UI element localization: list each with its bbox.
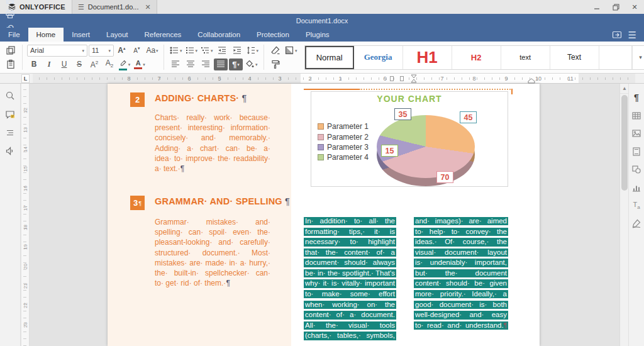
font-name-select[interactable]: Arial▾ (27, 45, 87, 57)
font-color-icon: A (134, 59, 142, 69)
scroll-up-button[interactable]: ▲ (620, 84, 629, 94)
style-gallery-expand-button[interactable]: ▾ (632, 46, 644, 69)
window-controls: ✕ (587, 0, 644, 14)
tab-layout[interactable]: Layout (98, 28, 136, 42)
quick-access-bar: ↶↷ Document1.docx (0, 14, 644, 28)
tab-collaboration[interactable]: Collaboration (189, 28, 248, 42)
table-settings-icon (631, 111, 641, 121)
legend-item: Parameter 4 (318, 152, 369, 162)
signature-settings-button[interactable] (629, 216, 644, 231)
clear-style-button[interactable] (269, 45, 282, 57)
decrease-indent-button[interactable] (215, 45, 229, 57)
style-h1[interactable]: H1 (403, 46, 452, 69)
section-heading[interactable]: ADDING· CHARTS· ¶ (155, 93, 280, 103)
align-right-button[interactable] (199, 59, 213, 70)
feedback-button[interactable] (0, 143, 20, 159)
line-spacing-button[interactable]: ▾ (245, 45, 260, 57)
style-georgia[interactable]: Georgia (354, 46, 403, 69)
paste-button[interactable] (4, 59, 18, 70)
tab-file[interactable]: File (0, 28, 28, 42)
shape-settings-button[interactable] (629, 162, 644, 177)
bullets-button[interactable]: ▾ (169, 45, 183, 57)
multilevel-list-button[interactable]: ▾ (199, 45, 214, 57)
select-all-button[interactable]: ▾ (284, 45, 298, 57)
table-settings-button[interactable] (629, 108, 644, 123)
increase-font-button[interactable]: A▲ (115, 45, 129, 57)
style-text[interactable]: text (501, 46, 550, 69)
vertical-scrollbar[interactable]: ▲ (619, 84, 629, 346)
highlight-color-button[interactable]: ▾ (118, 59, 131, 70)
image-settings-button[interactable] (629, 126, 644, 141)
minimize-button[interactable] (587, 0, 606, 14)
highlighted-column-left[interactable]: In· addition· to· all· theformatting· ti… (304, 217, 396, 342)
italic-button[interactable]: I (42, 59, 56, 70)
copy-icon (6, 45, 16, 55)
copy-style-button[interactable] (269, 59, 282, 70)
close-button[interactable]: ✕ (625, 0, 644, 14)
align-center-button[interactable] (184, 59, 197, 70)
underline-button[interactable]: U (57, 59, 71, 70)
titlebar: ONLYOFFICE ☰ Document1.do... ✕ ✕ (0, 0, 644, 14)
textart-settings-button[interactable]: Ta (629, 198, 644, 213)
subscript-button[interactable]: A2 (103, 59, 116, 70)
comments-button[interactable] (0, 107, 20, 122)
style-normal[interactable]: Normal (305, 46, 354, 69)
tab-protection[interactable]: Protection (248, 28, 297, 42)
print-button[interactable] (0, 7, 20, 21)
navigation-button[interactable] (0, 125, 20, 140)
superscript-button[interactable]: A2 (87, 59, 101, 70)
decrease-font-button[interactable]: A▼ (130, 45, 144, 57)
menu-tabs: FileHomeInsertLayoutReferencesCollaborat… (0, 28, 338, 42)
copy-button[interactable] (4, 45, 18, 57)
section-heading[interactable]: GRAMMAR· AND· SPELLING ¶ (155, 196, 280, 206)
section-body[interactable]: Charts· really· work· because· they·pres… (155, 113, 270, 174)
shading-button[interactable]: ▾ (244, 59, 258, 70)
image-settings-icon (631, 128, 641, 138)
tab-menu-icon: ☰ (78, 3, 84, 11)
chart-settings-button[interactable] (629, 180, 644, 195)
tab-home[interactable]: Home (28, 28, 64, 42)
legend-item: Parameter 3 (318, 142, 369, 152)
numbering-button[interactable]: ▾ (184, 45, 199, 57)
tab-references[interactable]: References (136, 28, 190, 42)
tab-close-icon[interactable]: ✕ (145, 3, 150, 11)
strikeout-icon: S (77, 60, 82, 68)
style-h2[interactable]: H2 (452, 46, 501, 69)
document-tab[interactable]: ☰ Document1.do... ✕ (72, 0, 157, 14)
font-size-select[interactable]: 11▾ (89, 45, 114, 57)
menubar: FileHomeInsertLayoutReferencesCollaborat… (0, 28, 644, 42)
nonprinting-chars-button[interactable]: ¶▾ (229, 59, 243, 70)
headerfooter-settings-button[interactable] (629, 144, 644, 159)
increase-indent-icon (232, 45, 242, 55)
tab-stop-selector[interactable]: L (21, 74, 30, 83)
font-color-button[interactable]: A▾ (133, 59, 147, 70)
feedback-icon (5, 146, 15, 156)
highlighted-column-right[interactable]: and· images)· are· aimedto· help· to· co… (414, 217, 508, 332)
main-menu-button[interactable]: ☰ (628, 30, 636, 40)
column-marker[interactable] (390, 76, 394, 81)
numbering-icon (185, 45, 195, 55)
section-body[interactable]: Grammar· mistakes· and· incorrect·spelli… (155, 217, 270, 288)
restore-button[interactable] (606, 0, 625, 14)
embedded-chart[interactable]: YOUR CHART Parameter 1Parameter 2Paramet… (311, 91, 508, 187)
save-button[interactable] (0, 0, 20, 7)
legend-swatch (318, 144, 324, 150)
paragraph-settings-button[interactable]: ¶ (629, 90, 644, 105)
increase-font-icon: A▲ (118, 47, 126, 54)
bold-button[interactable]: B (27, 59, 41, 70)
tab-insert[interactable]: Insert (64, 28, 98, 42)
tab-plugins[interactable]: Plugins (297, 28, 338, 42)
open-file-location-button[interactable] (612, 30, 622, 40)
increase-indent-button[interactable] (230, 45, 244, 57)
align-justify-button[interactable] (214, 59, 228, 70)
horizontal-ruler[interactable]: 8765432167891011 (33, 74, 635, 83)
style-text[interactable]: Text (550, 46, 599, 69)
align-left-button[interactable] (169, 59, 182, 70)
scrollbar-thumb[interactable] (621, 95, 628, 191)
strikeout-button[interactable]: S (72, 59, 86, 70)
vertical-ruler[interactable]: 121314151617181920212223 (21, 84, 30, 346)
column-marker[interactable] (400, 76, 404, 81)
indent-marker[interactable] (411, 74, 417, 84)
change-case-button[interactable]: Aa▾ (145, 45, 159, 57)
search-button[interactable] (0, 88, 20, 103)
